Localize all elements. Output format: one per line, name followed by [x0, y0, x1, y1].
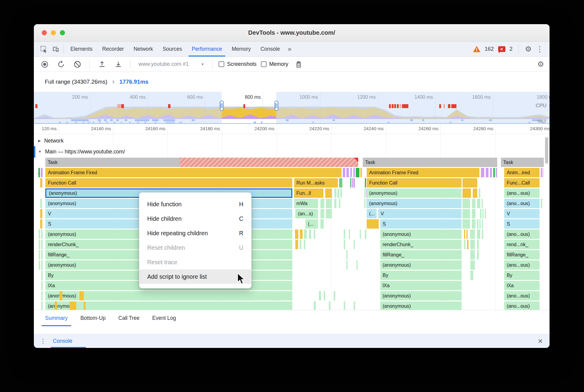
flame-segment[interactable] — [365, 178, 366, 188]
flame-segment-by[interactable]: By — [380, 271, 462, 280]
more-tabs-button[interactable]: » — [285, 45, 294, 53]
flame-segment[interactable] — [300, 230, 302, 239]
flame-segment[interactable] — [462, 219, 470, 229]
flame-segment[interactable] — [481, 168, 485, 177]
flame-segment[interactable] — [344, 230, 345, 239]
flame-segment[interactable] — [482, 230, 483, 239]
flame-segment[interactable] — [41, 230, 43, 239]
track-main[interactable]: ▼ Main — https://www.youtube.com/ — [34, 147, 125, 156]
flame-segment[interactable] — [314, 230, 315, 239]
flame-segment[interactable] — [496, 168, 497, 177]
flame-segment[interactable] — [41, 260, 43, 270]
screenshots-checkbox[interactable]: Screenshots — [219, 61, 256, 67]
flame-segment[interactable] — [341, 178, 342, 188]
flame-segment-anim-ired[interactable]: Anim...ired — [504, 168, 540, 177]
flame-segment[interactable] — [40, 209, 42, 218]
flame-segment[interactable] — [486, 168, 488, 177]
flame-segment[interactable] — [41, 281, 43, 290]
flame-segment[interactable] — [326, 209, 332, 218]
flame-segment[interactable] — [339, 199, 340, 208]
flame-segment[interactable] — [364, 199, 365, 208]
flame-segment[interactable] — [343, 168, 345, 177]
panel-tab-bottom-up[interactable]: Bottom-Up — [74, 310, 112, 326]
triangle-right-icon[interactable]: ▶ — [38, 139, 41, 143]
settings-gear-icon[interactable]: ⚙ — [525, 45, 532, 53]
flame-segment[interactable] — [477, 230, 481, 239]
flame-segment[interactable] — [39, 250, 40, 259]
close-window-button[interactable] — [42, 30, 47, 35]
flame-segment[interactable] — [326, 199, 332, 208]
reload-record-icon[interactable] — [55, 58, 67, 70]
flame-segment[interactable] — [344, 240, 345, 249]
tab-recorder[interactable]: Recorder — [97, 42, 129, 56]
flame-segment[interactable] — [40, 199, 42, 208]
flame-segment[interactable] — [39, 230, 40, 239]
flame-segment[interactable] — [462, 188, 471, 198]
flame-segment-bar[interactable]: (... — [305, 219, 318, 229]
flame-segment-ano-ous[interactable]: (ano...ous) — [504, 230, 540, 239]
warnings-count[interactable]: 162 — [485, 46, 494, 52]
flame-segment-by[interactable]: By — [504, 271, 540, 280]
menu-item-add-script-to-ignore-list[interactable]: Add script to ignore list — [139, 269, 251, 284]
flame-segment[interactable] — [356, 168, 359, 177]
flame-segment-task[interactable]: Task — [45, 158, 180, 167]
flame-segment[interactable] — [41, 250, 43, 259]
flame-segment-task[interactable]: Task — [363, 158, 497, 167]
flame-segment-fillrange[interactable]: fillRange_ — [380, 250, 462, 259]
flame-segment-bar[interactable]: (... — [367, 209, 377, 218]
flame-segment[interactable] — [354, 301, 355, 310]
collect-garbage-icon[interactable] — [293, 58, 305, 70]
selection-handle-left[interactable] — [220, 101, 224, 111]
flame-segment[interactable] — [84, 301, 86, 310]
selection-handle-right[interactable] — [274, 101, 278, 111]
flame-segment[interactable] — [295, 240, 298, 249]
flame-segment[interactable] — [41, 301, 43, 310]
flame-segment-ano-ous[interactable]: (ano...ous) — [504, 301, 540, 310]
checkbox-box[interactable] — [261, 61, 267, 67]
flame-segment-fun-ll[interactable]: Fun...ll — [294, 188, 323, 198]
flame-segment-renderchunk[interactable]: renderChunk_ — [380, 240, 462, 249]
record-icon[interactable] — [39, 58, 51, 70]
flame-segment[interactable] — [477, 219, 479, 229]
issues-count[interactable]: 2 — [510, 46, 513, 52]
flame-segment[interactable] — [467, 240, 469, 249]
flame-segment[interactable] — [314, 301, 316, 310]
flame-segment[interactable] — [482, 219, 483, 229]
flame-segment[interactable] — [334, 199, 336, 208]
tab-console[interactable]: Console — [256, 42, 285, 56]
flame-segment-an-s[interactable]: (an...s) — [295, 209, 318, 218]
flame-segment[interactable] — [365, 230, 366, 239]
flame-segment[interactable] — [462, 178, 477, 188]
load-profile-icon[interactable] — [96, 58, 108, 70]
flame-segment-func-call[interactable]: Func...Call — [504, 178, 540, 188]
flame-segment[interactable] — [472, 199, 475, 208]
flame-segment[interactable] — [366, 199, 366, 208]
flame-segment[interactable] — [344, 301, 345, 310]
flame-segment[interactable] — [367, 219, 379, 229]
flame-segment[interactable] — [329, 301, 330, 310]
flame-segment-mwa[interactable]: mWa — [294, 199, 318, 208]
memory-checkbox[interactable]: Memory — [261, 61, 288, 67]
flame-segment[interactable] — [349, 230, 350, 239]
flame-segment[interactable] — [470, 260, 475, 270]
flame-segment[interactable] — [470, 240, 475, 249]
flame-segment[interactable] — [353, 168, 355, 177]
flame-segment[interactable] — [334, 188, 336, 198]
flame-segment[interactable] — [304, 230, 307, 239]
flame-segment[interactable] — [485, 209, 486, 218]
menu-item-hide-function[interactable]: Hide functionH — [139, 197, 251, 211]
flame-segment[interactable] — [482, 209, 484, 218]
flame-segment-ano-ous[interactable]: (ano...ous) — [504, 291, 540, 300]
flame-segment-animation-frame-fired[interactable]: Animation Frame Fired — [367, 168, 479, 177]
flame-segment[interactable] — [340, 188, 342, 198]
flame-segment[interactable] — [541, 199, 542, 208]
tab-sources[interactable]: Sources — [158, 42, 187, 56]
flame-segment[interactable] — [40, 178, 42, 188]
flame-segment[interactable] — [39, 240, 40, 249]
flame-segment-anonymous[interactable]: (anonymous) — [380, 260, 462, 270]
flame-segment-lxa[interactable]: lXa — [504, 281, 540, 290]
track-network[interactable]: ▶ Network — [34, 136, 63, 146]
flame-segment-anonymous[interactable]: (anonymous) — [380, 230, 462, 239]
flame-segment[interactable] — [490, 168, 492, 177]
menu-item-hide-repeating-children[interactable]: Hide repeating childrenR — [139, 226, 251, 240]
